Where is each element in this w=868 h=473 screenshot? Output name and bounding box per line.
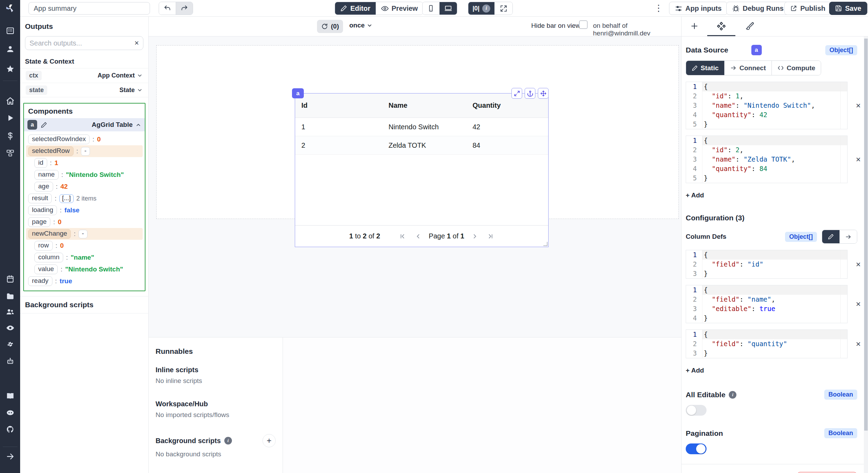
styling-tab[interactable] — [745, 22, 754, 30]
editor-mode-button[interactable]: Editor — [335, 2, 376, 15]
output-key-chip[interactable]: row — [34, 241, 53, 251]
output-key-chip[interactable]: age — [34, 182, 53, 191]
all-editable-toggle[interactable] — [686, 405, 707, 416]
clear-search-icon[interactable]: × — [134, 39, 139, 47]
first-page-button[interactable] — [399, 233, 406, 240]
component-badge[interactable]: a — [292, 88, 304, 98]
remove-item-button[interactable]: × — [856, 155, 861, 164]
sidebar-item-github[interactable] — [0, 424, 20, 434]
fullscreen-button[interactable] — [494, 2, 512, 15]
sidebar-item-discord[interactable] — [0, 407, 20, 418]
insert-component-tab[interactable] — [690, 22, 699, 31]
canvas-grid[interactable]: a IdNameQuantity 1Nintendo Switch422Zeld… — [156, 45, 679, 219]
sidebar-item-play[interactable] — [0, 113, 20, 123]
remove-item-button[interactable]: × — [856, 260, 861, 269]
column-header-id[interactable]: Id — [301, 101, 389, 109]
next-page-button[interactable] — [471, 233, 478, 240]
output-key-chip[interactable]: id — [34, 158, 47, 168]
output-key-chip[interactable]: newChange — [28, 229, 71, 239]
output-key-chip[interactable]: name — [34, 170, 59, 180]
debug-runs-button[interactable]: Debug Runs — [726, 2, 790, 15]
data-source-editor-1[interactable]: 1{2 "id": 1,3 "name": "Nintendo Switch",… — [686, 82, 848, 129]
sidebar-item-blocks[interactable] — [0, 148, 20, 158]
redo-button[interactable] — [176, 2, 193, 15]
compute-tab[interactable]: Compute — [771, 61, 821, 75]
static-tab[interactable]: Static — [686, 61, 724, 75]
search-outputs-input[interactable] — [30, 39, 134, 47]
output-key-chip[interactable]: loading — [28, 205, 57, 215]
state-row-ctx[interactable]: ctxApp Context — [20, 68, 148, 83]
column-def-editor-1[interactable]: 1{2 "field": "id"3} — [686, 250, 848, 279]
output-expand-array[interactable]: [...] — [59, 194, 74, 203]
sidebar-item-book[interactable] — [0, 391, 20, 401]
app-summary-input[interactable] — [28, 2, 150, 15]
undo-button[interactable] — [159, 2, 176, 15]
remove-item-button[interactable]: × — [856, 101, 861, 110]
sidebar-item-calendar[interactable] — [0, 274, 20, 284]
column-def-editor-3[interactable]: 1{2 "field": "quantity"3} — [686, 329, 848, 358]
zero-padding-toggle[interactable]: |0| i — [468, 2, 494, 15]
component-settings-tab[interactable] — [717, 22, 726, 31]
app-inputs-button[interactable]: App inputs — [669, 2, 727, 15]
sidebar-item-star[interactable] — [0, 64, 20, 74]
sidebar-item-users[interactable] — [0, 307, 20, 317]
sidebar-item-gear[interactable] — [0, 339, 20, 349]
edit-mode-button[interactable] — [822, 230, 840, 243]
output-key-chip[interactable]: column — [34, 253, 63, 262]
last-page-button[interactable] — [487, 233, 494, 240]
add-column-def-button[interactable]: + Add — [686, 367, 704, 374]
resize-handle[interactable] — [543, 242, 548, 246]
output-key-chip[interactable]: selectedRow — [28, 146, 74, 156]
sidebar-item-apps[interactable] — [0, 25, 20, 36]
desktop-view-button[interactable] — [439, 2, 457, 15]
column-header-quantity[interactable]: Quantity — [473, 101, 548, 109]
output-key-chip[interactable]: page — [28, 217, 50, 227]
column-def-editor-2[interactable]: 1{2 "field": "name",3 "editable": true4} — [686, 285, 848, 323]
sidebar-item-user[interactable] — [0, 44, 20, 54]
panel-scrollbar[interactable] — [864, 36, 868, 473]
column-header-name[interactable]: Name — [389, 101, 473, 109]
sidebar-item-arrow-right[interactable] — [0, 451, 20, 462]
preview-mode-button[interactable]: Preview — [376, 2, 423, 15]
connect-tab[interactable]: Connect — [724, 61, 771, 75]
windmill-logo[interactable] — [0, 0, 20, 17]
sidebar-item-dollar[interactable] — [0, 131, 20, 141]
output-key-chip[interactable]: selectedRowIndex — [28, 134, 90, 144]
add-data-item-button[interactable]: + Add — [686, 191, 704, 199]
page-label: Page 1 of 1 — [429, 232, 464, 240]
state-row-state[interactable]: stateState — [20, 83, 148, 97]
anchor-component-button[interactable] — [525, 88, 535, 99]
state-key-chip[interactable]: ctx — [26, 71, 42, 80]
output-key-chip[interactable]: result — [28, 194, 52, 203]
schedule-dropdown[interactable]: once — [349, 22, 373, 29]
move-component-button[interactable] — [538, 88, 549, 99]
component-header[interactable]: a AgGrid Table — [24, 118, 145, 131]
remove-item-button[interactable]: × — [856, 340, 861, 348]
save-button[interactable]: Save — [829, 2, 867, 15]
sidebar-item-folder[interactable] — [0, 291, 20, 301]
refresh-count-button[interactable]: (0) — [317, 20, 343, 33]
component-type-label[interactable]: AgGrid Table — [92, 121, 141, 129]
mobile-view-button[interactable] — [423, 2, 439, 15]
remove-item-button[interactable]: × — [856, 300, 861, 308]
sidebar-item-robot[interactable] — [0, 356, 20, 366]
expand-component-button[interactable] — [511, 88, 522, 99]
output-key-chip[interactable]: value — [34, 264, 58, 274]
publish-button[interactable]: Publish — [784, 2, 831, 15]
sidebar-item-eye[interactable] — [0, 323, 20, 333]
aggrid-table-component[interactable]: a IdNameQuantity 1Nintendo Switch422Zeld… — [295, 93, 549, 247]
hide-bar-checkbox[interactable] — [579, 21, 587, 29]
table-row[interactable]: 1Nintendo Switch42 — [295, 118, 548, 136]
more-menu-button[interactable]: ⋮ — [654, 3, 663, 14]
table-row[interactable]: 2Zelda TOTK84 — [295, 136, 548, 155]
add-background-script-button[interactable]: + — [262, 434, 276, 447]
sidebar-item-home[interactable] — [0, 96, 20, 106]
state-key-chip[interactable]: state — [26, 85, 47, 95]
data-source-editor-2[interactable]: 1{2 "id": 2,3 "name": "Zelda TOTK",4 "qu… — [686, 136, 848, 183]
connect-mode-button[interactable] — [840, 230, 857, 243]
output-key-chip[interactable]: ready — [28, 276, 52, 286]
pagination-toggle[interactable] — [686, 443, 707, 454]
edit-id-icon[interactable] — [41, 122, 47, 128]
user-icon — [6, 45, 15, 54]
prev-page-button[interactable] — [415, 233, 422, 240]
